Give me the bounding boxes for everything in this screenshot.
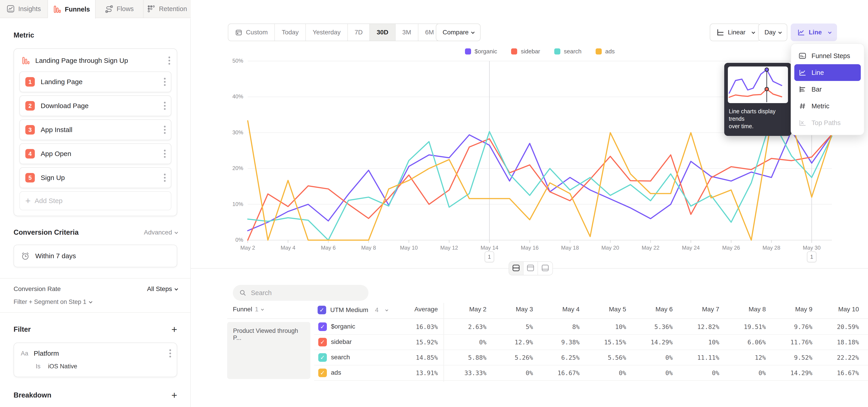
table-row-ads[interactable]: ✓ ads 13.91%33.33%0%16.67%0%0%0%0%14.29%… (314, 366, 868, 381)
legend-item-organic[interactable]: $organic (465, 48, 497, 55)
layout-table-only-button[interactable] (538, 262, 553, 275)
filter-operator[interactable]: Is (36, 363, 40, 370)
filter-kebab-icon[interactable] (169, 349, 171, 358)
table-search (233, 285, 368, 301)
step-kebab-icon[interactable] (164, 77, 166, 86)
column-header-may-4[interactable]: May 4 (533, 306, 580, 313)
retention-icon (147, 5, 155, 13)
column-header-may-7[interactable]: May 7 (673, 306, 719, 313)
x-tick-label: May 4 (281, 245, 296, 251)
row-checkbox[interactable]: ✓ (318, 338, 327, 346)
range-label: Custom (246, 29, 268, 36)
column-header-may-8[interactable]: May 8 (719, 306, 766, 313)
menu_metric-icon (798, 102, 807, 110)
row-checkbox[interactable]: ✓ (318, 353, 327, 362)
y-tick-label: 40% (216, 93, 243, 100)
filter-segment-toggle[interactable]: Filter + Segment on Step 1 (13, 299, 177, 306)
column-header-may-9[interactable]: May 9 (766, 306, 812, 313)
chevron-down-icon (828, 30, 832, 34)
tab-funnels[interactable]: Funnels (48, 0, 96, 19)
range-30d[interactable]: 30D (370, 24, 395, 41)
search-input[interactable] (251, 289, 360, 296)
step-kebab-icon[interactable] (164, 125, 166, 134)
range-today[interactable]: Today (275, 24, 306, 41)
funnel-metric-icon (22, 57, 30, 65)
y-tick-label: 30% (216, 129, 243, 136)
filter-value[interactable]: iOS Native (48, 363, 77, 370)
annotation-badge-may-14[interactable]: 1 (485, 251, 494, 262)
table-row-search[interactable]: ✓ search 14.85%5.88%5.26%6.25%5.56%0%11.… (314, 350, 868, 366)
cell-ads-4: 0% (580, 370, 626, 376)
funnel-step-3[interactable]: 3 App Install (20, 119, 171, 140)
funnel-step-2[interactable]: 2 Download Page (20, 95, 171, 116)
cell-ads-2: 0% (487, 370, 533, 376)
row-checkbox[interactable]: ✓ (318, 322, 327, 331)
column-header-may-10[interactable]: May 10 (812, 306, 859, 313)
y-tick-label: 0% (216, 237, 243, 243)
chart-type-selector[interactable]: Line (791, 24, 837, 41)
legend-swatch (596, 49, 602, 55)
menu-item-funnel-steps[interactable]: Funnel Steps (794, 48, 861, 64)
funnel-step-1[interactable]: 1 Landing Page (20, 71, 171, 92)
row-checkbox[interactable]: ✓ (318, 369, 327, 377)
layout_top-icon (526, 264, 535, 273)
step-label: Landing Page (41, 78, 164, 86)
conversion-window[interactable]: Within 7 days (13, 245, 177, 267)
column-header-may-5[interactable]: May 5 (580, 306, 626, 313)
conversion-rate-selector[interactable]: All Steps (147, 285, 178, 292)
select-all-checkbox[interactable]: ✓ (318, 306, 326, 314)
tab-insights[interactable]: Insights (0, 0, 48, 18)
range-yesterday[interactable]: Yesterday (306, 24, 348, 41)
annotation-badge-may-30[interactable]: 1 (807, 251, 816, 262)
table-row-sidebar[interactable]: ✓ sidebar 15.92%0%12.9%9.38%15.15%14.29%… (314, 335, 868, 350)
layout-split-button[interactable] (509, 262, 524, 275)
granularity-selector[interactable]: Day (758, 24, 787, 41)
legend-item-ads[interactable]: ads (596, 48, 615, 55)
legend-item-search[interactable]: search (554, 48, 582, 55)
advanced-toggle[interactable]: Advanced (144, 229, 177, 236)
add-breakdown-button[interactable]: + (171, 390, 177, 400)
breakdown-column-header[interactable]: ✓ UTM Medium4 (318, 306, 388, 314)
tab-retention[interactable]: Retention (144, 0, 191, 18)
scale-selector[interactable]: Linear (710, 24, 761, 41)
menu-item-metric[interactable]: Metric (794, 98, 861, 115)
filter-property[interactable]: Platform (34, 350, 164, 357)
x-tick-label: May 24 (682, 245, 700, 251)
cell-organic-0: 16.03% (391, 323, 438, 330)
add-step-button[interactable]: + Add Step (20, 191, 171, 210)
cell-organic-5: 5.36% (626, 323, 673, 330)
add-filter-button[interactable]: + (171, 324, 177, 335)
metric-kebab-icon[interactable] (168, 56, 170, 65)
column-header-average[interactable]: Average (391, 306, 438, 313)
metric-heading: Metric (0, 31, 190, 39)
step-kebab-icon[interactable] (164, 173, 166, 182)
date-range-segmented: Custom Today Yesterday 7D 30D 3M 6M 12M (228, 24, 467, 41)
funnel-step-5[interactable]: 5 Sign Up (20, 167, 171, 188)
menu-item-line[interactable]: Line (794, 64, 861, 81)
column-header-may-2[interactable]: May 2 (440, 306, 487, 313)
funnel-column-header[interactable]: Funnel1 (233, 306, 263, 313)
legend-item-sidebar[interactable]: sidebar (511, 48, 540, 55)
tab-flows[interactable]: Flows (96, 0, 144, 18)
clock-icon (21, 251, 30, 260)
cell-sidebar-3: 9.38% (533, 339, 580, 346)
cell-organic-3: 8% (533, 323, 580, 330)
chevron-down-icon (752, 30, 755, 34)
column-header-may-6[interactable]: May 6 (626, 306, 673, 313)
line-chart-icon (797, 28, 805, 36)
range-7d[interactable]: 7D (348, 24, 370, 41)
column-header-may-3[interactable]: May 3 (487, 306, 533, 313)
step-kebab-icon[interactable] (164, 149, 166, 158)
menu-item-bar[interactable]: Bar (794, 81, 861, 98)
layout-chart-only-button[interactable] (524, 262, 538, 275)
funnel-group-cell[interactable]: Product Viewed through P... (227, 322, 310, 379)
range-3m[interactable]: 3M (396, 24, 418, 41)
range-custom[interactable]: Custom (228, 24, 275, 41)
funnel-step-4[interactable]: 4 App Open (20, 143, 171, 164)
step-number-badge: 2 (25, 101, 35, 111)
calendar-icon (235, 29, 242, 36)
cell-ads-7: 0% (719, 370, 766, 376)
compare-button[interactable]: Compare (436, 24, 480, 41)
step-kebab-icon[interactable] (164, 101, 166, 111)
table-row-organic[interactable]: ✓ $organic 16.03%2.63%5%8%10%5.36%12.82%… (314, 319, 868, 335)
